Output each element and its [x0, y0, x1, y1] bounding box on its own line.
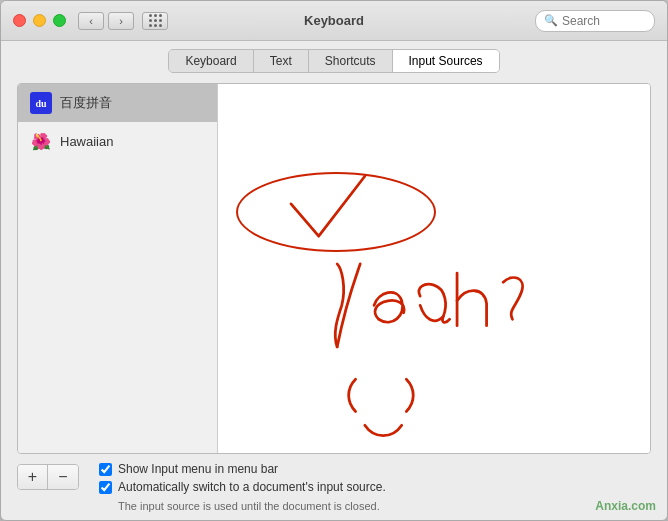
maximize-button[interactable] [53, 14, 66, 27]
tab-shortcuts[interactable]: Shortcuts [309, 50, 393, 72]
watermark: Anxia.com [595, 499, 656, 513]
search-input[interactable] [562, 14, 652, 28]
source-item-label-baidu: 百度拼音 [60, 94, 112, 112]
forward-button[interactable]: › [108, 12, 134, 30]
window-title: Keyboard [304, 13, 364, 28]
add-remove-buttons: + − [17, 464, 79, 490]
show-input-menu-label: Show Input menu in menu bar [118, 462, 278, 476]
title-bar: ‹ › Keyboard 🔍 [1, 1, 667, 41]
grid-icon [149, 14, 162, 27]
main-content: du 百度拼音 🌺 Hawaiian [1, 73, 667, 454]
tabs-container: Keyboard Text Shortcuts Input Sources [168, 49, 499, 73]
tab-keyboard[interactable]: Keyboard [169, 50, 253, 72]
source-item-baidu[interactable]: du 百度拼音 [18, 84, 217, 122]
drawing-area [218, 84, 650, 453]
hawaiian-flag-icon: 🌺 [30, 130, 52, 152]
handwriting-svg [218, 84, 650, 453]
nav-buttons: ‹ › [78, 12, 134, 30]
traffic-lights [13, 14, 66, 27]
auto-switch-label: Automatically switch to a document's inp… [118, 480, 386, 494]
show-input-menu-checkbox[interactable] [99, 463, 112, 476]
back-button[interactable]: ‹ [78, 12, 104, 30]
tabs-bar: Keyboard Text Shortcuts Input Sources [1, 41, 667, 73]
baidu-icon: du [30, 92, 52, 114]
search-bar[interactable]: 🔍 [535, 10, 655, 32]
remove-source-button[interactable]: − [48, 465, 78, 489]
main-window: ‹ › Keyboard 🔍 Keyboard Text Shortcuts I… [0, 0, 668, 521]
search-icon: 🔍 [544, 14, 558, 27]
bottom-bar: + − Show Input menu in menu bar Automati… [1, 454, 667, 520]
content-panel: du 百度拼音 🌺 Hawaiian [17, 83, 651, 454]
checkbox-row-show-input: Show Input menu in menu bar [99, 462, 386, 476]
tab-input-sources[interactable]: Input Sources [393, 50, 499, 72]
auto-switch-checkbox[interactable] [99, 481, 112, 494]
tab-text[interactable]: Text [254, 50, 309, 72]
minimize-button[interactable] [33, 14, 46, 27]
checkboxes: Show Input menu in menu bar Automaticall… [99, 462, 386, 512]
source-list: du 百度拼音 🌺 Hawaiian [18, 84, 218, 453]
grid-button[interactable] [142, 12, 168, 30]
checkbox-row-auto-switch: Automatically switch to a document's inp… [99, 480, 386, 494]
close-button[interactable] [13, 14, 26, 27]
info-text: The input source is used until the docum… [118, 500, 386, 512]
source-item-label-hawaiian: Hawaiian [60, 134, 113, 149]
source-item-hawaiian[interactable]: 🌺 Hawaiian [18, 122, 217, 160]
bottom-controls: + − Show Input menu in menu bar Automati… [17, 462, 651, 512]
add-source-button[interactable]: + [18, 465, 48, 489]
